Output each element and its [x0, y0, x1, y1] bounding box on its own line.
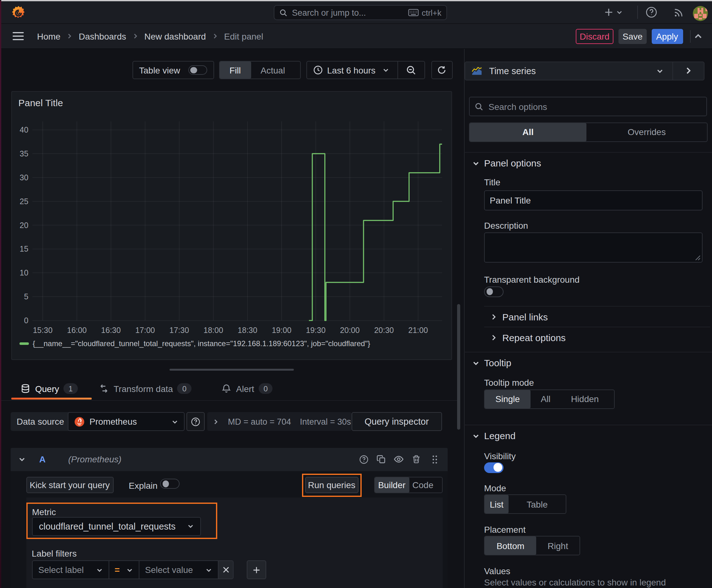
drag-query-handle[interactable] — [425, 455, 444, 464]
menu-toggle-button[interactable] — [13, 31, 24, 41]
placement-right[interactable]: Right — [536, 537, 580, 555]
actual-option[interactable]: Actual — [251, 62, 295, 79]
avatar[interactable] — [692, 6, 708, 21]
news-button[interactable] — [673, 6, 685, 18]
legend-mode-table[interactable]: Table — [509, 495, 566, 513]
legend-header[interactable]: Legend — [472, 430, 516, 441]
help-icon — [191, 417, 200, 426]
tab-count-badge: 0 — [259, 383, 273, 394]
explain-toggle[interactable] — [160, 479, 179, 489]
tooltip-single-option[interactable]: Single — [485, 390, 531, 408]
collapse-header-button[interactable] — [693, 31, 703, 41]
close-icon — [222, 566, 230, 573]
time-series-chart[interactable]: 051015202530354015:3016:0016:3017:0017:3… — [12, 92, 452, 359]
datasource-row: Data source Prometheus MD = auto = 704 I… — [0, 412, 457, 431]
legend-mode-label: Mode — [484, 483, 506, 493]
breadcrumb-dashboards[interactable]: Dashboards — [79, 31, 126, 41]
zoom-out-button[interactable] — [398, 62, 425, 79]
panel-title-input[interactable]: Panel Title — [484, 190, 703, 210]
visibility-toggle[interactable] — [484, 462, 503, 473]
save-button[interactable]: Save — [619, 28, 647, 44]
resize-handle[interactable] — [170, 369, 294, 371]
window-left-strip — [0, 1, 1, 588]
legend-mode-list[interactable]: List — [485, 495, 509, 513]
tooltip-hidden-option[interactable]: Hidden — [561, 390, 609, 408]
add-filter-button[interactable] — [246, 560, 266, 579]
bell-icon — [222, 384, 231, 393]
new-menu-button[interactable] — [604, 1, 623, 23]
tab-query[interactable]: Query 1 — [21, 379, 78, 398]
query-editor-body: Kick start your query Explain Run querie… — [10, 471, 448, 588]
search-options-input[interactable]: Search options — [469, 97, 707, 116]
builder-option[interactable]: Builder — [374, 478, 409, 492]
delete-query-button[interactable] — [408, 455, 425, 464]
panel-links-section[interactable]: Panel links — [490, 311, 548, 322]
chevron-down-icon — [171, 418, 178, 425]
query-options-strip[interactable]: MD = auto = 704 Interval = 30s — [207, 412, 352, 431]
repeat-options-section[interactable]: Repeat options — [490, 332, 566, 343]
duplicate-query-button[interactable] — [372, 455, 390, 464]
chevron-down-icon — [656, 67, 664, 75]
refresh-button[interactable] — [431, 61, 453, 79]
breadcrumb-home[interactable]: Home — [37, 31, 61, 41]
main-scrollbar[interactable] — [457, 304, 460, 430]
discard-button[interactable]: Discard — [576, 28, 613, 44]
time-range-button[interactable]: Last 6 hours — [307, 62, 397, 79]
table-view-toggle[interactable] — [188, 65, 207, 75]
query-inspector-button[interactable]: Query inspector — [351, 412, 442, 431]
breadcrumb-edit-panel[interactable]: Edit panel — [224, 31, 263, 41]
kick-start-button[interactable]: Kick start your query — [26, 477, 113, 493]
query-ref-id[interactable]: A — [39, 455, 45, 465]
panel-title[interactable]: Panel Title — [19, 98, 63, 108]
keyboard-icon — [408, 9, 418, 16]
tooltip-header[interactable]: Tooltip — [472, 357, 511, 368]
search-icon — [279, 8, 287, 17]
svg-text:19:30: 19:30 — [306, 326, 326, 335]
svg-text:21:00: 21:00 — [408, 326, 428, 335]
chevron-right-icon — [490, 313, 497, 320]
select-label-placeholder: Select label — [38, 565, 96, 575]
edit-tabs: Query 1 Transform data 0 Alert 0 — [0, 379, 457, 401]
toggle-viz-suggestions-button[interactable] — [673, 67, 704, 75]
datasource-help-button[interactable] — [187, 412, 205, 431]
label-filter-row: Select label = Select value — [32, 560, 234, 579]
hide-query-button[interactable] — [390, 455, 408, 465]
svg-text:18:30: 18:30 — [238, 326, 258, 335]
rss-icon — [673, 6, 685, 18]
breadcrumb-new-dashboard[interactable]: New dashboard — [145, 31, 206, 41]
select-label-dropdown[interactable]: Select label — [32, 560, 109, 579]
remove-filter-button[interactable] — [218, 560, 234, 579]
svg-text:20:00: 20:00 — [340, 326, 360, 335]
tab-count-badge: 0 — [177, 383, 192, 394]
svg-text:20:30: 20:30 — [374, 326, 394, 335]
query-row-header[interactable]: A (Prometheus) — [10, 447, 448, 471]
panel-description-textarea[interactable] — [484, 232, 703, 262]
code-option[interactable]: Code — [409, 478, 437, 492]
chevron-right-icon — [212, 33, 218, 40]
top-bar: Search or jump to... ctrl+k — [0, 1, 712, 24]
options-filter-all[interactable]: All — [470, 123, 586, 141]
fill-option[interactable]: Fill — [219, 62, 251, 79]
query-help-button[interactable] — [355, 455, 372, 464]
chevron-down-icon — [472, 432, 480, 439]
transparent-background-toggle[interactable] — [484, 286, 503, 297]
placement-label: Placement — [484, 524, 525, 534]
placement-bottom[interactable]: Bottom — [485, 537, 536, 555]
operator-dropdown[interactable]: = — [108, 560, 139, 579]
run-queries-annotation — [302, 474, 361, 497]
tab-transform-data[interactable]: Transform data 0 — [99, 379, 192, 398]
tab-alert[interactable]: Alert 0 — [222, 379, 273, 398]
panel-options-header[interactable]: Panel options — [472, 158, 541, 168]
options-filter-overrides[interactable]: Overrides — [586, 123, 707, 141]
datasource-select[interactable]: Prometheus — [67, 412, 184, 431]
chevron-down-icon[interactable] — [18, 456, 25, 463]
select-value-dropdown[interactable]: Select value — [139, 560, 218, 579]
tooltip-all-option[interactable]: All — [531, 390, 561, 408]
grafana-logo[interactable] — [11, 5, 26, 19]
apply-button[interactable]: Apply — [651, 28, 683, 44]
visualization-picker[interactable]: Time series — [465, 61, 705, 80]
global-search-input[interactable]: Search or jump to... ctrl+k — [274, 5, 447, 20]
help-button[interactable] — [645, 6, 657, 18]
prometheus-icon — [74, 416, 84, 427]
legend-label[interactable]: {__name__="cloudflared_tunnel_total_requ… — [33, 339, 370, 348]
